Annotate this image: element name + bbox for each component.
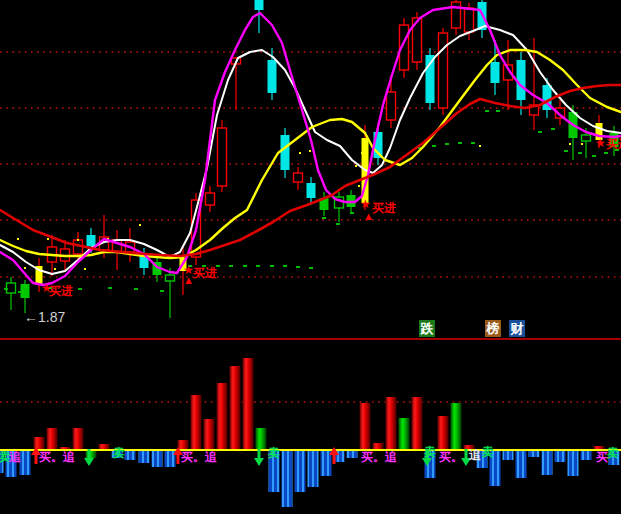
green-dash — [578, 152, 582, 154]
annotation-label: 卖 — [423, 445, 436, 459]
histogram-bar — [20, 450, 31, 475]
buy-star-icon: ★ — [595, 136, 606, 150]
green-dash — [551, 128, 555, 130]
yellow-dot — [139, 224, 141, 226]
green-dash — [564, 150, 568, 152]
ma-yellow — [0, 50, 621, 258]
buy-signal: ★▲买进 — [183, 263, 217, 286]
buy-signal: ★买进 — [41, 281, 73, 298]
green-dash — [592, 155, 596, 157]
histogram-bar — [191, 395, 202, 450]
histogram-bar — [73, 428, 84, 450]
price-low-label: ←1.87 — [24, 309, 65, 325]
yellow-dot — [47, 238, 49, 240]
annotation-label: 卖 — [267, 446, 280, 460]
yellow-dot — [54, 268, 56, 270]
histogram-bar — [529, 450, 540, 457]
green-dash — [4, 288, 8, 290]
yellow-dot — [299, 152, 301, 154]
down-arrow-icon — [254, 449, 264, 466]
buy-signal-label: 买进 — [49, 284, 73, 298]
histogram-bar — [581, 450, 592, 460]
buy-signal-label: 买进 — [372, 201, 396, 215]
yellow-dot — [569, 143, 571, 145]
green-dash — [243, 265, 247, 267]
yellow-dot — [77, 239, 79, 241]
yellow-dot — [84, 268, 86, 270]
histogram-bar — [230, 366, 241, 450]
green-dash — [270, 265, 274, 267]
candle — [439, 28, 448, 115]
histogram-bar — [373, 443, 384, 450]
yellow-dot — [358, 185, 360, 187]
histogram-bar — [542, 450, 553, 475]
histogram-bar — [86, 450, 97, 458]
histogram-bar — [139, 450, 150, 463]
green-dash — [322, 217, 326, 219]
annotation-label: 追 — [468, 448, 481, 462]
annotation-label: 买。追 — [39, 450, 75, 464]
histogram-bar — [438, 416, 449, 450]
yellow-dot — [309, 150, 311, 152]
buy-signal-label: 买进 — [606, 137, 621, 151]
buy-signal: ★买进 — [595, 136, 621, 151]
candle — [7, 277, 16, 310]
green-dash — [309, 267, 313, 269]
green-dash — [108, 287, 112, 289]
yellow-dot — [355, 165, 357, 167]
buy-signal: ★▲买进 — [360, 197, 396, 222]
histogram-bar — [178, 440, 189, 450]
green-dash — [485, 110, 489, 112]
yellow-dot — [17, 238, 19, 240]
green-dash — [229, 265, 233, 267]
tag-finance[interactable]: 财 — [509, 320, 525, 337]
tag-rank[interactable]: 榜 — [485, 320, 501, 337]
histogram-bar — [516, 450, 527, 478]
annotation-label: 买。追 — [181, 450, 217, 464]
histogram-bar — [568, 450, 579, 476]
green-dash — [256, 265, 260, 267]
candle — [307, 177, 316, 205]
candle — [543, 78, 552, 118]
green-dash — [350, 212, 354, 214]
annotation-label: 追 — [8, 450, 21, 464]
green-dash — [18, 291, 22, 293]
histogram-bar — [125, 450, 136, 460]
histogram-bar — [256, 428, 267, 450]
histogram-bar — [34, 437, 45, 450]
annotation-label: 买。追 — [361, 450, 397, 464]
green-dash — [296, 266, 300, 268]
histogram-bar — [165, 450, 176, 467]
histogram-bar — [295, 450, 306, 492]
candle — [320, 192, 329, 216]
green-dash — [160, 290, 164, 292]
candle — [387, 75, 396, 128]
green-dash — [538, 131, 542, 133]
green-dash — [432, 145, 436, 147]
histogram-bar — [360, 403, 371, 450]
buy-signal-label: 买进 — [193, 266, 217, 280]
histogram-bar — [308, 450, 319, 487]
annotation-label: 卖 — [481, 445, 494, 459]
yellow-dot — [581, 143, 583, 145]
histogram-bar — [451, 403, 462, 450]
green-dash — [604, 152, 608, 154]
histogram-bar — [204, 419, 215, 450]
green-dash — [78, 288, 82, 290]
stock-chart-app: 卖追买。追卖买。追卖买。追卖买。追卖买卖★买进★▲买进★▲买进★买进←1.87 … — [0, 0, 621, 514]
green-dash — [336, 223, 340, 225]
candle — [426, 48, 435, 110]
green-dash — [283, 265, 287, 267]
histogram-bar — [47, 428, 58, 450]
histogram-bar — [152, 450, 163, 467]
yellow-dot — [24, 267, 26, 269]
histogram-bar — [217, 383, 228, 450]
histogram-bar — [412, 397, 423, 450]
tag-fall[interactable]: 跌 — [419, 320, 435, 337]
annotation-label: 卖 — [112, 446, 125, 460]
candle — [166, 268, 175, 318]
candle — [206, 186, 215, 212]
histogram-bar — [243, 358, 254, 450]
green-dash — [445, 143, 449, 145]
chart-canvas: 卖追买。追卖买。追卖买。追卖买。追卖买卖★买进★▲买进★▲买进★买进←1.87 — [0, 0, 621, 514]
